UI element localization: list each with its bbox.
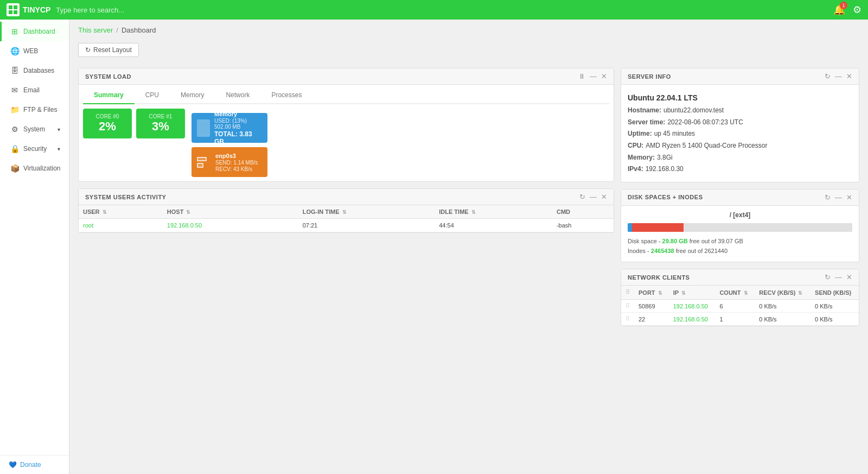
user-link[interactable]: root: [83, 222, 93, 229]
net-title: enp0s3: [215, 153, 258, 159]
disk-bar: [628, 223, 852, 232]
minimize-icon[interactable]: —: [590, 193, 597, 201]
settings-button[interactable]: ⚙: [853, 4, 861, 16]
system-users-table: USER ⇅ HOST ⇅ LOG-IN TIME ⇅ IDLE TIME ⇅ …: [79, 205, 614, 232]
disk-spaces-panel: DISK SPACES + INODES ↻ — ✕ / [ext4]: [621, 189, 859, 262]
mem-val: 3.8Gi: [657, 152, 673, 164]
minimize-icon[interactable]: —: [835, 273, 842, 281]
refresh-icon[interactable]: ↻: [825, 193, 831, 201]
nc-row-1: ⠿ 50869 192.168.0.50 6 0 KB/s 0 KB/s: [621, 300, 859, 313]
sidebar-item-ftp[interactable]: 📁 FTP & Files: [0, 100, 69, 119]
core1-value: 3%: [152, 119, 169, 134]
tab-processes[interactable]: Processes: [260, 87, 312, 104]
th-ip[interactable]: IP ⇅: [669, 286, 716, 300]
server-time-val: 2022-08-06 08:07:23 UTC: [667, 117, 743, 129]
top-icons: 🔔 1 ⚙: [833, 4, 861, 16]
nc-ip-link-2[interactable]: 192.168.0.50: [673, 316, 708, 323]
nc-row-2: ⠿ 22 192.168.0.50 1 0 KB/s 0 KB/s: [621, 313, 859, 326]
net-send: SEND: 1.14 MB/s: [215, 160, 258, 166]
uptime-label: Uptime:: [628, 128, 652, 140]
pause-icon[interactable]: ⏸: [578, 72, 585, 80]
close-icon[interactable]: ✕: [601, 193, 607, 201]
web-icon: 🌐: [10, 47, 19, 55]
nc-ip-link-1[interactable]: 192.168.0.50: [673, 303, 708, 309]
refresh-icon[interactable]: ↻: [825, 273, 831, 281]
sidebar-item-dashboard[interactable]: ⊞ Dashboard: [0, 22, 69, 41]
server-info-title: SERVER INFO: [628, 73, 671, 80]
close-icon[interactable]: ✕: [846, 273, 852, 281]
refresh-icon[interactable]: ↻: [579, 193, 585, 201]
server-hostname-row: Hostname: ubuntu22.domov.test: [628, 105, 852, 117]
disk-space-row: Disk space - 29.80 GB free out of 39.07 …: [628, 236, 852, 247]
chevron-down-icon: ▾: [58, 127, 60, 132]
drag-handle[interactable]: ⠿: [621, 313, 634, 326]
ipv4-val: 192.168.0.30: [646, 163, 684, 175]
td-login-time: 07:21: [298, 219, 435, 232]
th-recv[interactable]: RECV (KB/S) ⇅: [755, 286, 810, 300]
tab-network[interactable]: Network: [215, 87, 260, 104]
topbar: TINYCP 🔔 1 ⚙: [0, 0, 868, 20]
breadcrumb-server[interactable]: This server: [78, 26, 113, 34]
refresh-icon[interactable]: ↻: [825, 72, 831, 80]
network-clients-body: ⠿ PORT ⇅ IP ⇅ COUNT ⇅ RECV (KB/S) ⇅ SEND…: [621, 286, 859, 326]
th-login-time[interactable]: LOG-IN TIME ⇅: [298, 205, 435, 219]
disk-info: Disk space - 29.80 GB free out of 39.07 …: [628, 236, 852, 256]
search-input[interactable]: [56, 6, 828, 14]
dashboard-icon: ⊞: [10, 27, 19, 36]
close-icon[interactable]: ✕: [846, 72, 852, 80]
disk-free-val: 29.80 GB: [662, 238, 688, 244]
td-idle-time: 44:54: [435, 219, 552, 232]
sidebar-item-system[interactable]: ⚙ System ▾: [0, 119, 69, 139]
sidebar-item-virtualization[interactable]: 📦 Virtualization: [0, 159, 69, 178]
donate-button[interactable]: 💙 Donate: [0, 455, 69, 474]
svg-rect-1: [14, 5, 17, 9]
minimize-icon[interactable]: —: [835, 193, 842, 201]
minimize-icon[interactable]: —: [590, 72, 597, 80]
table-header-row: USER ⇅ HOST ⇅ LOG-IN TIME ⇅ IDLE TIME ⇅ …: [79, 205, 614, 219]
hostname-val: ubuntu22.domov.test: [663, 105, 724, 117]
network-clients-table: ⠿ PORT ⇅ IP ⇅ COUNT ⇅ RECV (KB/S) ⇅ SEND…: [621, 286, 859, 326]
th-user[interactable]: USER ⇅: [79, 205, 163, 219]
tab-cpu[interactable]: CPU: [135, 87, 170, 104]
th-idle-time[interactable]: IDLE TIME ⇅: [435, 205, 552, 219]
td-extra: [276, 219, 298, 232]
memory-total: TOTAL: 3.83 GB: [214, 130, 262, 146]
net-comp-1: [197, 157, 207, 162]
close-icon[interactable]: ✕: [601, 72, 607, 80]
drag-handle[interactable]: ⠿: [621, 300, 634, 313]
th-host[interactable]: HOST ⇅: [163, 205, 276, 219]
sidebar-item-web[interactable]: 🌐 WEB: [0, 41, 69, 61]
disk-bar-used: [632, 223, 684, 232]
network-clients-title: NETWORK CLIENTS: [628, 274, 690, 281]
th-cmd: CMD: [552, 205, 614, 219]
sidebar-item-security[interactable]: 🔒 Security ▾: [0, 139, 69, 159]
chevron-down-icon: ▾: [58, 146, 60, 152]
nc-ip-1: 192.168.0.50: [669, 300, 716, 313]
svg-rect-0: [9, 5, 12, 9]
tab-memory[interactable]: Memory: [170, 87, 215, 104]
disk-path: / [ext4]: [628, 211, 852, 219]
donate-icon: 💙: [9, 461, 17, 469]
th-count[interactable]: COUNT ⇅: [715, 286, 755, 300]
server-cpu-row: CPU: AMD Ryzen 5 1400 Quad-Core Processo…: [628, 140, 852, 152]
hostname-label: Hostname:: [628, 105, 661, 117]
memory-used-val: 502.00 MB: [214, 124, 240, 130]
host-link[interactable]: 192.168.0.50: [167, 222, 202, 229]
network-clients-panel: NETWORK CLIENTS ↻ — ✕ ⠿ PORT: [621, 269, 859, 326]
close-icon[interactable]: ✕: [846, 193, 852, 201]
th-send[interactable]: SEND (KB/S): [810, 286, 859, 300]
svg-rect-3: [14, 10, 17, 14]
minimize-icon[interactable]: —: [835, 72, 842, 80]
sidebar-item-email[interactable]: ✉ Email: [0, 80, 69, 100]
network-icon: [197, 157, 211, 168]
th-port[interactable]: PORT ⇅: [634, 286, 669, 300]
sidebar-item-databases[interactable]: 🗄 Databases: [0, 61, 69, 80]
disk-bar-free: [628, 223, 632, 232]
core0-label: CORE #0: [96, 113, 119, 119]
reset-layout-button[interactable]: ↻ Reset Layout: [78, 43, 139, 57]
notifications-button[interactable]: 🔔 1: [833, 4, 845, 16]
table-row: root 192.168.0.50 07:21 44:54 -bash: [79, 219, 614, 232]
tab-summary[interactable]: Summary: [83, 87, 135, 104]
system-users-panel: SYSTEM USERS ACTIVITY ↻ — ✕ USER ⇅: [78, 188, 614, 233]
left-panels: SYSTEM LOAD ⏸ — ✕ Summary CPU Memory Net…: [78, 68, 614, 233]
